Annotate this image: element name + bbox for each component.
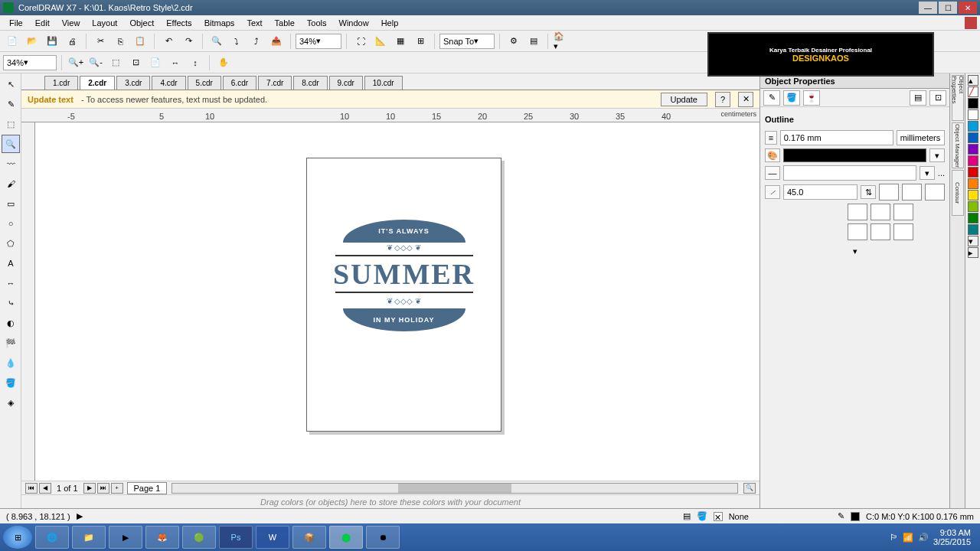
cap-extended-icon[interactable] (893, 204, 913, 220)
menu-tools[interactable]: Tools (301, 17, 333, 29)
color-swatch[interactable] (968, 190, 978, 201)
corner-miter-icon[interactable] (879, 184, 899, 201)
save-icon[interactable]: 💾 (43, 32, 61, 51)
outline-style-dd-icon[interactable]: ▾ (920, 166, 935, 180)
panel-mode-icon[interactable]: ⊡ (929, 90, 946, 106)
horizontal-scrollbar[interactable] (172, 483, 738, 494)
menu-text[interactable]: Text (240, 17, 268, 29)
fullscreen-icon[interactable]: ⛶ (351, 32, 370, 51)
color-swatch[interactable] (968, 132, 978, 143)
show-grid-icon[interactable]: ▦ (391, 32, 410, 51)
search-icon[interactable]: 🔍 (207, 32, 226, 51)
page-first-icon[interactable]: ⏮ (25, 483, 38, 494)
fill-tab-icon[interactable]: 🪣 (783, 90, 800, 106)
zoom-tool-nav-icon[interactable]: 🔍 (743, 483, 756, 494)
crop-tool[interactable]: ⬚ (2, 115, 20, 133)
transparency-tab-icon[interactable]: 🍷 (803, 90, 820, 106)
zoom-out-icon[interactable]: 🔍- (87, 54, 105, 72)
export-icon[interactable]: ⤴ (247, 32, 266, 51)
color-swatch[interactable] (968, 178, 978, 189)
show-rulers-icon[interactable]: 📐 (371, 32, 390, 51)
doc-tab-5[interactable]: 5.cdr (188, 76, 221, 90)
open-icon[interactable]: 📂 (23, 32, 41, 51)
play-icon[interactable]: ▶ (77, 511, 83, 521)
page[interactable]: IT'S ALWAYS ❦ ◇◇◇ ❦ SUMMER ❦ ◇◇◇ ❦ IN MY… (306, 158, 501, 432)
palette-flyout-icon[interactable]: ▸ (968, 247, 978, 258)
show-guidelines-icon[interactable]: ⊞ (411, 32, 430, 51)
color-swatch[interactable] (968, 155, 978, 166)
palette-scroll-down-icon[interactable]: ▾ (968, 236, 978, 246)
page-prev-icon[interactable]: ◀ (39, 483, 51, 494)
close-button[interactable]: ✕ (959, 2, 977, 14)
rectangle-tool[interactable]: ▭ (2, 194, 20, 213)
tray-flag-icon[interactable]: 🏳 (890, 533, 898, 542)
zoom-tool[interactable]: 🔍 (2, 135, 20, 153)
import-icon[interactable]: ⤵ (227, 32, 246, 51)
page-tab-1[interactable]: Page 1 (127, 482, 168, 494)
ellipse-tool[interactable]: ○ (2, 214, 20, 233)
update-help-icon[interactable]: ? (715, 92, 730, 107)
redo-icon[interactable]: ↷ (179, 32, 198, 51)
snap-to-dropdown[interactable]: Snap To ▾ (439, 34, 495, 49)
expand-icon[interactable]: ▾ (765, 246, 945, 256)
color-swatch[interactable] (968, 98, 978, 109)
menu-window[interactable]: Window (333, 17, 375, 29)
paste-icon[interactable]: 📋 (131, 32, 149, 51)
interactive-fill-tool[interactable]: 🪣 (2, 373, 20, 392)
page-last-icon[interactable]: ⏭ (97, 483, 109, 494)
parallel-dimension-tool[interactable]: ↔ (2, 274, 20, 292)
ruler-horizontal[interactable]: -5 5 10 10 10 15 20 25 30 35 40 centimet… (21, 109, 760, 122)
promo-banner[interactable]: Karya Terbaik Desainer Profesional DESIG… (707, 32, 934, 77)
docker-object-manager[interactable]: Object Manager (952, 122, 964, 168)
docker-contour[interactable]: Contour (952, 170, 964, 216)
taskbar-photoshop-icon[interactable]: Ps (219, 526, 253, 549)
freehand-tool[interactable]: 〰 (2, 155, 20, 173)
page-add-icon[interactable]: + (111, 483, 123, 494)
system-tray[interactable]: 🏳 📶 🔊 9:03 AM 3/25/2015 (890, 528, 977, 546)
taskbar-word-icon[interactable]: W (256, 526, 289, 549)
start-button[interactable]: ⊞ (3, 526, 32, 549)
menu-object[interactable]: Object (123, 17, 160, 29)
outline-color-swatch[interactable] (783, 148, 926, 162)
color-eyedropper-tool[interactable]: 💧 (2, 354, 20, 372)
welcome-icon[interactable]: 🏠 ▾ (553, 32, 571, 51)
zoom-height-icon[interactable]: ↕ (186, 54, 204, 72)
outline-color-dropdown-icon[interactable]: ▾ (929, 148, 945, 162)
app-launcher-icon[interactable]: ▤ (524, 32, 543, 51)
zoom-selection-icon[interactable]: ⬚ (106, 54, 125, 72)
update-button[interactable]: Update (661, 93, 707, 106)
doc-tab-1[interactable]: 1.cdr (44, 76, 78, 90)
doc-tab-4[interactable]: 4.cdr (152, 76, 185, 90)
outline-units-dropdown[interactable]: millimeters (897, 130, 945, 145)
menu-view[interactable]: View (56, 17, 87, 29)
taskbar-chrome-icon[interactable]: 🟢 (182, 526, 216, 549)
zoom-level-dropdown[interactable]: 34% ▾ (296, 34, 341, 49)
taskbar-explorer-icon[interactable]: 📁 (72, 526, 106, 549)
outline-width-input[interactable] (780, 130, 893, 145)
tray-network-icon[interactable]: 📶 (903, 533, 913, 543)
cap-square-icon[interactable] (848, 204, 867, 220)
smart-fill-tool[interactable]: ◈ (2, 393, 20, 412)
options-icon[interactable]: ⚙ (505, 32, 523, 51)
doc-tab-6[interactable]: 6.cdr (223, 76, 256, 90)
minimize-button[interactable]: — (919, 2, 937, 14)
color-swatch[interactable] (968, 167, 978, 178)
color-swatch[interactable] (968, 121, 978, 132)
publish-icon[interactable]: 📤 (267, 32, 286, 51)
print-icon[interactable]: 🖨 (63, 32, 81, 51)
outline-color-status[interactable] (851, 512, 860, 521)
miter-limit-input[interactable] (783, 184, 858, 200)
new-icon[interactable]: 📄 (3, 32, 21, 51)
design-artwork[interactable]: IT'S ALWAYS ❦ ◇◇◇ ❦ SUMMER ❦ ◇◇◇ ❦ IN MY… (328, 220, 481, 331)
taskbar-coreldraw-icon[interactable]: ⬤ (329, 526, 363, 549)
color-swatch[interactable] (968, 224, 978, 235)
position-inside-icon[interactable] (893, 223, 913, 240)
shape-tool[interactable]: ✎ (2, 95, 20, 113)
page-next-icon[interactable]: ▶ (83, 483, 96, 494)
text-tool[interactable]: A (2, 254, 20, 272)
pick-tool[interactable]: ↖ (2, 75, 20, 93)
outline-style-dropdown[interactable] (783, 165, 916, 181)
color-swatch[interactable] (968, 201, 978, 212)
update-close-icon[interactable]: ✕ (738, 92, 753, 107)
taskbar-recorder-icon[interactable]: ⏺ (366, 526, 400, 549)
